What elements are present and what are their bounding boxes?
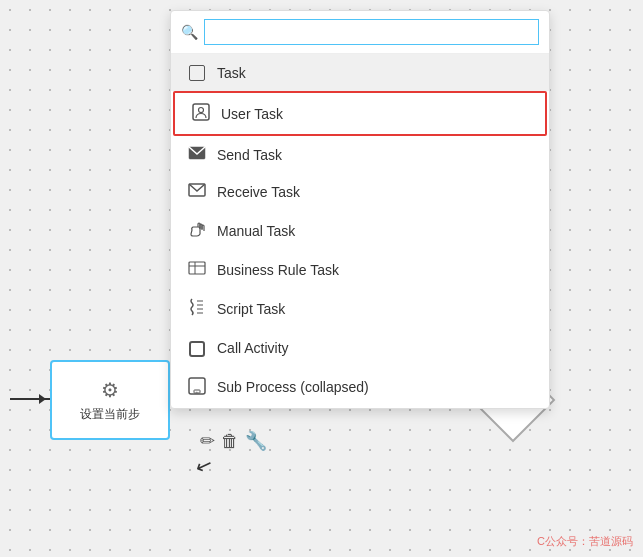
send-task-label: Send Task <box>217 147 533 163</box>
svg-rect-4 <box>189 262 205 274</box>
menu-item-script-task[interactable]: Script Task <box>171 288 549 329</box>
script-task-label: Script Task <box>217 301 533 317</box>
search-bar: 🔍 <box>171 11 549 54</box>
call-rect-icon <box>189 341 205 357</box>
bpmn-node-label: 设置当前步 <box>80 406 140 423</box>
menu-item-business-rule-task[interactable]: Business Rule Task <box>171 251 549 288</box>
search-icon: 🔍 <box>181 24 198 40</box>
manual-task-label: Manual Task <box>217 223 533 239</box>
task-label: Task <box>217 65 533 81</box>
send-task-icon <box>187 146 207 163</box>
menu-item-manual-task[interactable]: Manual Task <box>171 210 549 251</box>
bpmn-task-node[interactable]: ⚙ 设置当前步 <box>50 360 170 440</box>
menu-item-user-task[interactable]: User Task <box>173 91 547 136</box>
menu-item-receive-task[interactable]: Receive Task <box>171 173 549 210</box>
receive-task-label: Receive Task <box>217 184 533 200</box>
task-type-dropdown: 🔍 Task User Task <box>170 10 550 409</box>
sub-process-icon: + <box>187 377 207 398</box>
call-activity-icon <box>187 339 207 356</box>
menu-item-task[interactable]: Task <box>171 54 549 91</box>
search-input[interactable] <box>204 19 539 45</box>
user-task-icon <box>191 103 211 124</box>
menu-item-sub-process[interactable]: + Sub Process (collapsed) <box>171 367 549 408</box>
node-toolbar: ✏ 🗑 🔧 <box>200 430 267 452</box>
menu-item-send-task[interactable]: Send Task <box>171 136 549 173</box>
sub-process-label: Sub Process (collapsed) <box>217 379 533 395</box>
business-rule-task-label: Business Rule Task <box>217 262 533 278</box>
task-rect-icon <box>189 65 205 81</box>
dropdown-scroll-area[interactable]: Task User Task Send Task <box>171 54 549 408</box>
connection-arrow <box>10 398 50 400</box>
bpmn-node-gear-icon: ⚙ <box>101 378 119 402</box>
edit-icon[interactable]: ✏ <box>200 430 215 452</box>
call-activity-label: Call Activity <box>217 340 533 356</box>
receive-task-icon <box>187 183 207 200</box>
manual-task-icon <box>187 220 207 241</box>
delete-icon[interactable]: 🗑 <box>221 431 239 452</box>
settings-icon[interactable]: 🔧 <box>245 430 267 452</box>
watermark: C公众号：苦道源码 <box>537 534 633 549</box>
user-task-label: User Task <box>221 106 529 122</box>
script-task-icon <box>187 298 207 319</box>
task-icon <box>187 64 207 81</box>
menu-item-call-activity[interactable]: Call Activity <box>171 329 549 366</box>
business-rule-task-icon <box>187 261 207 278</box>
